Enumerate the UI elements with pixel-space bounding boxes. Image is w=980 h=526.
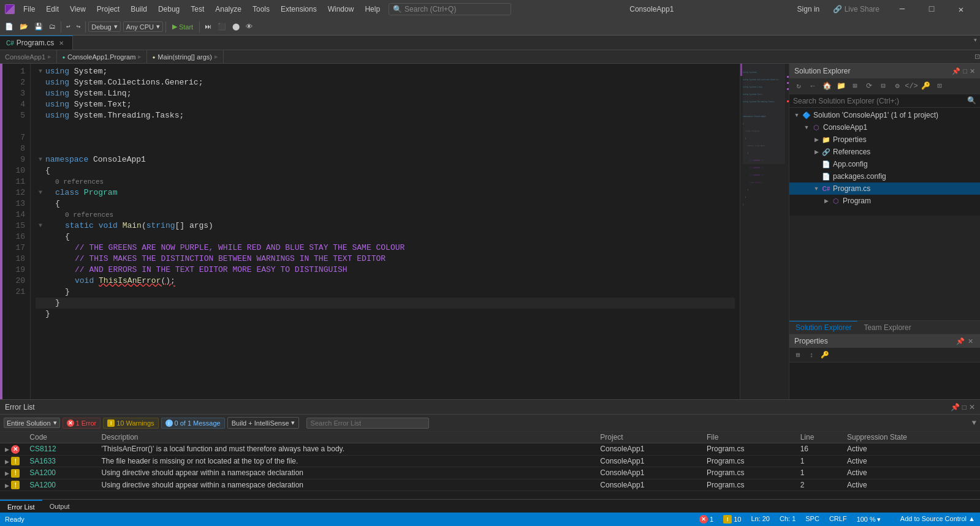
menu-window[interactable]: Window [323,2,359,16]
col-file[interactable]: File [702,432,796,443]
ep-pin-button[interactable]: 📌 [951,403,960,411]
se-sync-button[interactable]: ↻ [792,80,805,93]
ref-hint-0[interactable]: 0 references [55,176,104,187]
se-key-button[interactable]: 🔑 [919,80,932,93]
se-collapse-button[interactable]: ⊟ [876,80,890,93]
row4-expand[interactable]: ▶ ! [0,479,25,491]
scope-dropdown[interactable]: Entire Solution ▾ [4,418,60,428]
signin-button[interactable]: Sign in [792,5,825,13]
maximize-button[interactable]: □ [917,0,946,18]
col-project[interactable]: Project [595,432,702,443]
tab-close-button[interactable]: ✕ [56,38,66,48]
col-description[interactable]: Description [96,432,595,443]
minimize-button[interactable]: ─ [888,0,916,18]
fold-3[interactable] [36,89,45,99]
title-search-box[interactable]: 🔍 Search (Ctrl+Q) [389,3,511,15]
menu-edit[interactable]: Edit [41,2,64,16]
se-refresh-button[interactable]: ⟳ [862,80,876,93]
platform-dropdown[interactable]: Any CPU ▾ [123,21,163,32]
redo-button[interactable]: ↪ [74,21,83,32]
row3-code-link[interactable]: SA1200 [29,468,56,477]
se-code-button[interactable]: </> [905,80,918,93]
expand-programcs[interactable]: ▼ [811,184,821,193]
start-button[interactable]: ▶ Start [169,21,197,32]
watch-button[interactable]: 👁 [243,21,255,32]
se-search-input[interactable] [793,97,967,105]
fold-5[interactable] [36,111,45,121]
row1-expand-icon[interactable]: ▶ [5,446,9,453]
row3-expand-icon[interactable]: ▶ [5,470,9,476]
menu-project[interactable]: Project [92,2,124,16]
status-spc[interactable]: SPC [805,515,819,524]
tab-program-cs[interactable]: C# Program.cs ✕ [0,36,73,50]
table-row[interactable]: ▶ ! SA1200 Using directive should appear… [0,467,980,479]
expand-program-class[interactable]: ▶ [821,196,831,206]
se-pin-button[interactable]: 📌 [952,67,960,75]
code-content[interactable]: ▼ using System; using System.Collections… [31,64,740,399]
expand-project[interactable]: ▼ [802,122,811,132]
table-row[interactable]: ▶ ! SA1633 The file header is missing or… [0,455,980,467]
row2-expand[interactable]: ▶ ! [0,455,25,467]
add-source-control[interactable]: Add to Source Control ▲ [900,515,975,524]
expand-properties[interactable]: ▶ [811,135,821,145]
props-grid-button[interactable]: ⊞ [792,349,804,361]
se-maximize-button[interactable]: □ [963,67,967,75]
row2-code-link[interactable]: SA1633 [29,457,56,465]
se-close-button[interactable]: ✕ [970,67,975,75]
status-error-count[interactable]: ✕ 1 [699,515,713,524]
tab-overflow-button[interactable]: ▾ [971,36,980,50]
open-button[interactable]: 📂 [17,21,31,32]
error-search-input[interactable] [306,418,429,429]
col-suppression[interactable]: Suppression State [842,432,980,443]
tree-solution[interactable]: ▼ 🔷 Solution 'ConsoleApp1' (1 of 1 proje… [789,109,980,121]
path-collapse-button[interactable]: ⊡ [974,53,980,61]
table-row[interactable]: ▶ ! SA1200 Using directive should appear… [0,479,980,491]
expand-solution[interactable]: ▼ [792,110,802,120]
tree-project[interactable]: ▼ ⬡ ConsoleApp1 [789,121,980,133]
se-extra-button[interactable]: ⊡ [933,80,946,93]
path-class[interactable]: ⬥ ConsoleApp1.Program ▸ [57,50,147,63]
breakpoint-button[interactable]: ⬤ [230,21,242,32]
fold-13[interactable]: ▼ [36,221,45,231]
fold-1[interactable]: ▼ [36,67,45,77]
expand-references[interactable]: ▶ [811,147,821,157]
row1-expand[interactable]: ▶ ✕ [0,443,25,456]
col-code[interactable]: Code [25,432,96,443]
fold-7[interactable]: ▼ [36,155,45,165]
code-editor[interactable]: 1 2 3 4 5 7 8 9 10 11 12 13 14 15 16 17 … [0,64,789,399]
props-pin-button[interactable]: 📌 [955,336,965,346]
ep-tab-output[interactable]: Output [42,500,77,513]
tab-team-explorer[interactable]: Team Explorer [857,321,917,334]
menu-debug[interactable]: Debug [153,2,184,16]
error-filter-button[interactable]: ✕ 1 Error [63,418,101,429]
tree-appconfig[interactable]: ▶ 📄 App.config [789,158,980,170]
se-show-all-button[interactable]: ⊞ [848,80,862,93]
se-search-icon[interactable]: 🔍 [967,96,976,105]
new-project-button[interactable]: 📄 [2,21,16,32]
fold-10[interactable]: ▼ [36,188,45,198]
live-share-button[interactable]: 🔗 Live Share [828,5,884,13]
tree-program-cs[interactable]: ▼ C# Program.cs [789,182,980,195]
status-crlf[interactable]: CRLF [829,515,847,524]
row4-code-link[interactable]: SA1200 [29,481,56,489]
se-settings-button[interactable]: ⚙ [891,80,904,93]
se-back-button[interactable]: ← [806,80,819,93]
menu-extensions[interactable]: Extensions [276,2,322,16]
col-icon[interactable] [0,432,25,443]
menu-test[interactable]: Test [186,2,209,16]
fold-4[interactable] [36,100,45,110]
table-row[interactable]: ▶ ✕ CS8112 'ThisIsAnError()' is a local … [0,443,980,456]
ep-close-button[interactable]: ✕ [969,403,975,411]
props-close-button[interactable]: ✕ [965,336,975,346]
col-line[interactable]: Line [796,432,842,443]
menu-help[interactable]: Help [360,2,385,16]
ep-filter-button[interactable]: ▼ [972,419,976,427]
se-new-folder-button[interactable]: 📁 [834,80,848,93]
menu-tools[interactable]: Tools [248,2,275,16]
menu-build[interactable]: Build [126,2,152,16]
props-sort-button[interactable]: ↕ [805,349,818,361]
menu-view[interactable]: View [65,2,91,16]
tree-properties[interactable]: ▶ 📁 Properties [789,133,980,146]
step-over-button[interactable]: ⏭ [202,21,214,32]
menu-file[interactable]: File [18,2,40,16]
